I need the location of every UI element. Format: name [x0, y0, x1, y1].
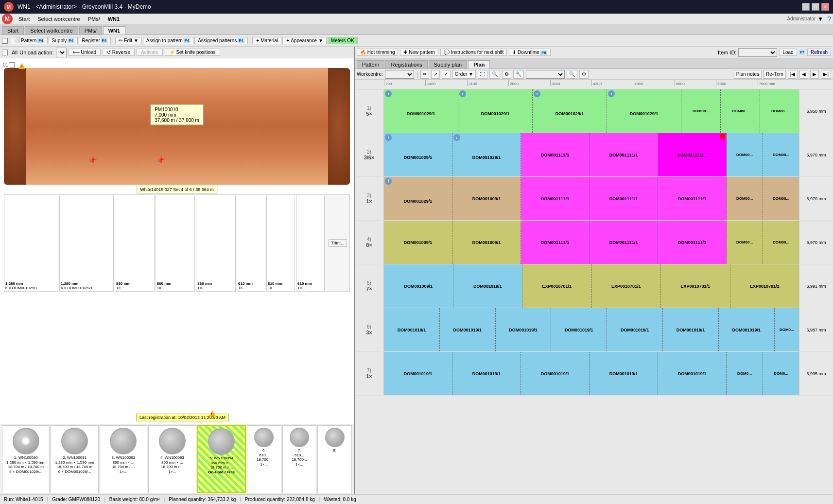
row-right-label-0: 6,950 mm [799, 89, 833, 133]
settings-button[interactable]: ⚙ [502, 70, 511, 79]
register-button[interactable]: Register F4 [79, 37, 111, 44]
filter-button[interactable]: ⚙ [579, 70, 589, 79]
appearance-button[interactable]: ✦ Appearance ▼ [282, 37, 327, 44]
view-select[interactable] [526, 70, 565, 79]
unload-action-select[interactable] [56, 48, 67, 57]
row-meta-2: 3) 1× [355, 177, 384, 220]
zoom-in-button[interactable]: 🔍 [489, 70, 500, 79]
last-button[interactable]: ▶| [821, 70, 831, 79]
material-button[interactable]: ✦ Material [252, 37, 281, 44]
cut-desc-4: 1×... [197, 286, 234, 290]
plan-notes-button[interactable]: Plan notes [734, 70, 762, 79]
close-button[interactable]: ✕ [821, 3, 829, 11]
search-button[interactable]: 🔍 [567, 70, 577, 79]
row-checkbox[interactable] [9, 62, 15, 68]
reel-item-1[interactable]: 2: WN100091 1,280 mm × 1,590 mm 18,700 m… [51, 425, 98, 493]
tab-start[interactable]: Start [2, 26, 24, 35]
menu-select-workcentre[interactable]: Select workcentre [34, 15, 84, 23]
tab-pattern[interactable]: Pattern [357, 60, 384, 69]
assign-pattern-button[interactable]: Assign to pattern F4 [143, 37, 193, 44]
new-pattern-button[interactable]: ✚ New pattern [400, 49, 438, 56]
warning-icon-2 [209, 411, 216, 417]
info-icon-0-1: i [459, 90, 466, 97]
zoom-fit-button[interactable]: ⛶ [478, 70, 487, 79]
all-label: All [12, 50, 17, 55]
reel-circle-2 [110, 428, 137, 454]
window-controls[interactable]: — □ ✕ [802, 3, 829, 11]
titlebar: M WN1 - <Administrator> - GreyconMill 3.… [0, 0, 833, 14]
cell-text-4-1: DOM001019/1 [473, 284, 502, 289]
cell-text-2-4: DOM001111/1 [678, 196, 707, 201]
plan-cell-6-1: DOM001019/1 [452, 352, 521, 395]
instructions-button[interactable]: 💬 Instructions for next shift [440, 49, 507, 56]
reverse-button[interactable]: ↺ Reverse [103, 49, 135, 56]
trim-btn[interactable]: Trim:... [329, 239, 347, 247]
tab-select-workcentre[interactable]: Select workcentre [25, 26, 78, 35]
checkmark-tool-button[interactable]: ✓ [442, 70, 451, 79]
cut-item-5: 610 mm 1×... [237, 194, 265, 292]
order-button[interactable]: Order ▼ [452, 70, 476, 79]
ruler-2: 2100 [467, 80, 508, 86]
tab-supply-plan[interactable]: Supply plan [429, 60, 468, 69]
workcentre-select[interactable] [385, 70, 414, 79]
tools-button[interactable]: 🔧 [513, 70, 524, 79]
pencil-tool-button[interactable]: ✏ [420, 70, 429, 79]
help-icon[interactable]: ? [827, 15, 831, 23]
refresh-button[interactable]: Refresh [807, 49, 831, 56]
menu-start[interactable]: Start [15, 15, 34, 23]
tab-plan[interactable]: Plan [468, 60, 490, 69]
plan-cell-1-1: i DOM001029/1 [452, 133, 521, 176]
all-checkbox[interactable] [2, 50, 8, 55]
user-dropdown-icon[interactable]: ▼ [817, 16, 823, 22]
unload-button[interactable]: ⟵ Unload [69, 49, 101, 56]
reel-item-6[interactable]: 7: 610... 18,700... 1×... [282, 425, 317, 493]
tab-pms[interactable]: PMs/ [79, 26, 102, 35]
retrim-button[interactable]: Re-Trim [764, 70, 786, 79]
menu-wn1[interactable]: WN1 [104, 15, 123, 23]
edit-button[interactable]: ✏ Edit ▼ [115, 37, 142, 44]
reel-item-5[interactable]: 6: 610... 18,700... 1×... [247, 425, 281, 493]
plan-cell-0-4: DOM00... [681, 89, 721, 133]
arrow-tool-button[interactable]: ↗ [431, 70, 440, 79]
prev-button[interactable]: ◀ [799, 70, 808, 79]
row-num-1: 2) [367, 149, 371, 155]
cut-desc-3: 1×... [157, 286, 194, 290]
load-button[interactable]: Load [779, 49, 797, 56]
maximize-button[interactable]: □ [812, 3, 819, 11]
plan-cell-1-5: DOM00... [727, 133, 763, 176]
plan-cell-5-7: DOM0... [775, 308, 799, 351]
next-button[interactable]: ▶ [810, 70, 819, 79]
pattern-button[interactable]: ⬜ Pattern F4 [11, 37, 48, 44]
cell-text-0-5: DOM00... [732, 109, 748, 113]
item-id-select[interactable] [738, 48, 777, 57]
row-content-4: DOM001009/1 DOM001019/1 EXP0010781/1 EXP… [384, 264, 799, 308]
assigned-patterns-button[interactable]: Assigned patterns F4 [194, 37, 247, 44]
reel-item-2[interactable]: 3: WN100092 860 mm × ... 18,700 m / ... … [100, 425, 147, 493]
pattern-checkbox[interactable] [2, 38, 8, 44]
cell-text-3-4: DOM001111/1 [678, 240, 707, 245]
set-knife-button[interactable]: ⚡ Set knife positions [165, 49, 220, 56]
first-button[interactable]: |◀ [788, 70, 798, 79]
hot-trimming-button[interactable]: 🔥 Hot trimming [357, 49, 398, 56]
meters-ok-button[interactable]: Meters OK [328, 37, 358, 44]
menu-pms[interactable]: PMs/ [84, 15, 104, 23]
set-label: White14015 027 Set 4 of 6 / 38,664 m [137, 186, 217, 193]
reel-circle-7 [325, 428, 345, 447]
minimize-button[interactable]: — [802, 3, 810, 11]
downtime-button[interactable]: ⬇ Downtime F8 [509, 49, 550, 56]
reel-item-4[interactable]: 5: WN100094 860 mm × ... 18,700 m / ... … [197, 425, 246, 493]
cell-text-5-2: DOM001019/1 [509, 328, 538, 332]
reel-item-3[interactable]: 4: WN100093 860 mm × ... 18,700 m / ... … [148, 425, 196, 493]
plan-cell-0-6: DOM00... [760, 89, 799, 133]
reel-item-7[interactable]: 8: [317, 425, 352, 493]
reel-item-0[interactable]: 1: WN100090 1,280 mm × 1,590 mm 18,700 m… [2, 425, 50, 493]
workcentre-label: Workcentre: [357, 71, 383, 77]
tab-wn1[interactable]: WN1 [103, 26, 125, 35]
trim-button[interactable]: Trim:... [326, 194, 350, 292]
supply-button[interactable]: Supply F4 [49, 37, 78, 44]
tab-registrations[interactable]: Registrations [385, 60, 427, 69]
status-grade: Grade: GMPW080120 [52, 497, 100, 502]
cell-text-4-3: EXP0010781/1 [611, 284, 641, 289]
activate-button[interactable]: Activate [137, 49, 163, 56]
reel-circle-4 [208, 428, 235, 455]
